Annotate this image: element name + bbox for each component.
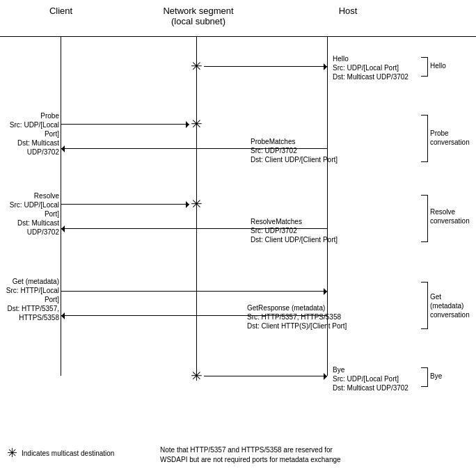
hello-arrow (204, 66, 327, 67)
resolve-arrow (61, 204, 189, 205)
client-header: Client (7, 6, 115, 16)
client-vline (61, 36, 61, 376)
probe-matches-label: ProbeMatchesSrc: UDP/3702Dst: Client UDP… (251, 137, 338, 164)
legend-star: ✳ (7, 445, 17, 461)
host-header: Host (299, 6, 397, 16)
get-client-label: Get (metadata)Src: HTTP/[Local Port]Dst:… (3, 277, 59, 322)
probe-bracket (421, 115, 428, 162)
hello-bracket (421, 57, 428, 77)
probe-burst: ✳ (189, 117, 203, 131)
get-conv-label: Get (metadata)conversation (430, 292, 476, 319)
hello-burst: ✳ (189, 59, 203, 73)
probe-arrow (61, 124, 189, 125)
resolve-burst: ✳ (189, 197, 203, 211)
get-bracket (421, 282, 428, 329)
bye-arrow (204, 376, 327, 376)
legend: ✳ Indicates multicast destination (7, 445, 160, 461)
bye-conv-label: Bye (430, 372, 442, 381)
network-header: Network segment(local subnet) (139, 6, 257, 26)
resolve-matches-label: ResolveMatchesSrc: UDP/3702Dst: Client U… (251, 217, 338, 244)
bye-label: ByeSrc: UDP/[Local Port]Dst: Multicast U… (333, 365, 408, 392)
resolve-client-label: ResolveSrc: UDP/[Local Port]Dst: Multica… (3, 191, 59, 237)
probe-conv-label: Probeconversation (430, 129, 470, 147)
resolve-conv-label: Resolveconversation (430, 207, 470, 225)
get-response-label: GetResponse (metadata)Src: HTTP/5357, HT… (247, 303, 347, 331)
bye-bracket (421, 367, 428, 387)
footer: ✳ Indicates multicast destination Note t… (0, 445, 476, 465)
diagram: Client Network segment(local subnet) Hos… (0, 0, 476, 431)
legend-text: Indicates multicast destination (22, 450, 114, 457)
probe-client-label: ProbeSrc: UDP/[Local Port]Dst: Multicast… (3, 111, 59, 157)
get-arrow (61, 291, 327, 292)
header-divider (0, 36, 476, 37)
resolve-bracket (421, 195, 428, 242)
footer-note: Note that HTTP/5357 and HTTPS/5358 are r… (160, 445, 341, 465)
hello-conv-label: Hello (430, 61, 446, 70)
hello-label: HelloSrc: UDP/[Local Port]Dst: Multicast… (333, 54, 408, 81)
bye-burst: ✳ (189, 369, 203, 383)
